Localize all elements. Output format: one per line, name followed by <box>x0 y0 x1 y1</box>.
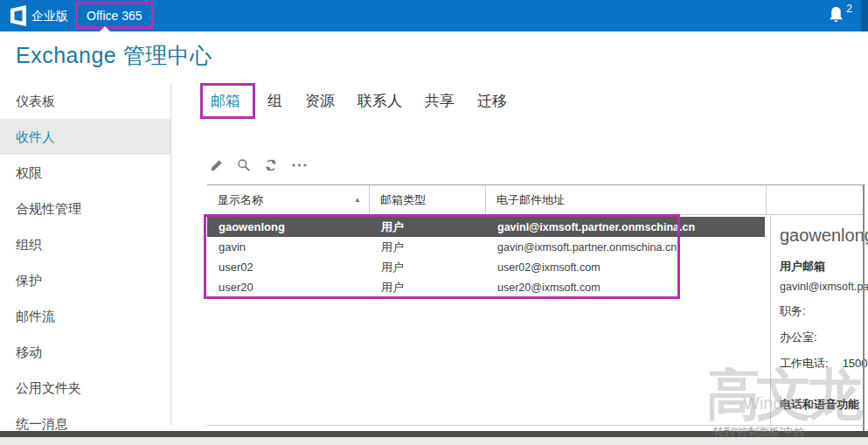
table-row[interactable]: user02 用户 user02@ixmsoft.com <box>207 257 765 277</box>
list-toolbar <box>210 158 308 172</box>
row-mailbox-type: 用户 <box>370 260 486 275</box>
column-header-email-address[interactable]: 电子邮件地址 <box>486 185 767 214</box>
details-mailbox-type: 用户邮箱 <box>780 259 868 275</box>
window-right-edge <box>863 184 865 435</box>
sidebar-item-mobile[interactable]: 移动 <box>0 334 170 370</box>
edit-icon[interactable] <box>210 158 224 172</box>
row-display-name: user02 <box>207 261 370 274</box>
sidebar-nav: 仪表板 收件人 权限 合规性管理 组织 保护 邮件流 移动 公用文件夹 统一消息 <box>0 83 171 426</box>
sidebar-item-recipients[interactable]: 收件人 <box>0 119 170 155</box>
row-email: gavin@ixmsoft.partner.onmschina.cn <box>486 241 765 254</box>
mailbox-table-header: 显示名称 ▲ 邮箱类型 电子邮件地址 <box>207 184 865 215</box>
active-app-notch <box>99 26 111 32</box>
row-display-name: user20 <box>207 281 370 294</box>
row-display-name: gaowenlong <box>207 220 370 233</box>
edition-label: 企业版 <box>31 9 68 24</box>
row-mailbox-type: 用户 <box>370 280 486 296</box>
office365-topbar: 企业版 Office 365 2 <box>0 0 868 31</box>
tab-groups[interactable]: 组 <box>267 91 282 111</box>
notification-count-badge: 2 <box>846 3 852 15</box>
window-bottom-strip <box>0 437 868 445</box>
details-phone-voice-section-title: 电话和语音功能 <box>780 397 868 413</box>
details-pane: gaowenlong 用户邮箱 gavinl@ixmsoft.pa 职务: 办公… <box>770 215 868 426</box>
row-email: gavinl@ixmsoft.partner.onmschina.cn <box>486 221 765 233</box>
row-mailbox-type: 用户 <box>370 240 486 255</box>
sidebar-item-dashboard[interactable]: 仪表板 <box>0 83 170 119</box>
table-row[interactable]: gavin 用户 gavin@ixmsoft.partner.onmschina… <box>207 237 765 257</box>
sidebar-item-protection[interactable]: 保护 <box>0 262 170 298</box>
window-bottom-edge <box>0 431 868 437</box>
sidebar-item-organization[interactable]: 组织 <box>0 226 170 262</box>
tab-resources[interactable]: 资源 <box>305 91 335 111</box>
details-title: gaowenlong <box>780 226 868 246</box>
sidebar-item-compliance[interactable]: 合规性管理 <box>0 191 170 226</box>
table-row[interactable]: gaowenlong 用户 gavinl@ixmsoft.partner.onm… <box>207 217 765 237</box>
column-header-empty <box>767 185 865 214</box>
sidebar-item-mailflow[interactable]: 邮件流 <box>0 298 170 334</box>
tab-contacts[interactable]: 联系人 <box>358 91 402 111</box>
tab-shared[interactable]: 共享 <box>425 91 455 111</box>
list-bottom-border <box>207 425 864 426</box>
row-email: user20@ixmsoft.com <box>486 282 765 294</box>
tab-migration[interactable]: 迁移 <box>477 91 507 111</box>
column-header-display-name[interactable]: 显示名称 ▲ <box>207 185 370 214</box>
page-title: Exchange 管理中心 <box>16 41 212 70</box>
sidebar-item-public-folders[interactable]: 公用文件夹 <box>0 370 170 406</box>
window-edge <box>861 0 868 31</box>
sidebar-item-permissions[interactable]: 权限 <box>0 155 170 191</box>
office365-app-annotation-box: Office 365 <box>75 2 154 29</box>
exchange-admin-center: 企业版 Office 365 2 Exchange 管理中心 仪表板 收件人 权… <box>0 0 868 445</box>
table-row[interactable]: user20 用户 user20@ixmsoft.com <box>207 277 765 297</box>
mailbox-table: gaowenlong 用户 gavinl@ixmsoft.partner.onm… <box>207 217 765 297</box>
bell-icon <box>827 4 845 29</box>
notifications-button[interactable]: 2 <box>827 4 852 29</box>
office-logo-icon[interactable] <box>9 4 28 31</box>
search-icon[interactable] <box>237 158 251 172</box>
row-email: user02@ixmsoft.com <box>486 261 765 274</box>
details-field-office: 办公室: <box>780 330 868 345</box>
column-header-mailbox-type[interactable]: 邮箱类型 <box>370 185 486 214</box>
details-field-work-phone: 工作电话:1500 <box>780 356 868 372</box>
tab-mailboxes[interactable]: 邮箱 <box>200 83 255 119</box>
details-field-job-title: 职务: <box>780 303 868 319</box>
refresh-icon[interactable] <box>264 158 278 172</box>
sort-asc-icon[interactable]: ▲ <box>354 196 361 204</box>
recipients-tabs: 邮箱 组 资源 联系人 共享 迁移 <box>200 83 530 119</box>
row-mailbox-type: 用户 <box>370 219 486 235</box>
details-email: gavinl@ixmsoft.pa <box>780 281 868 293</box>
office365-app-link[interactable]: Office 365 <box>87 9 142 23</box>
row-display-name: gavin <box>207 240 370 254</box>
more-icon[interactable] <box>291 158 308 172</box>
